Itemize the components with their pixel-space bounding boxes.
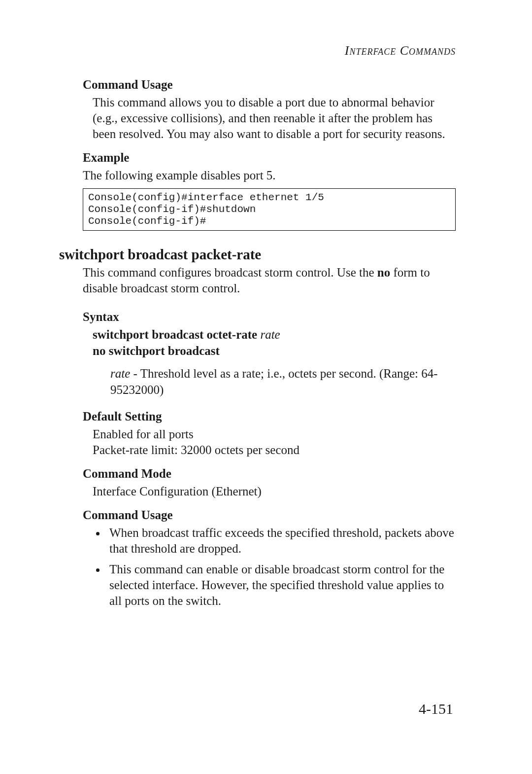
usage-bullet-2: This command can enable or disable broad… [106, 562, 456, 609]
default-line-2: Packet-rate limit: 32000 octets per seco… [93, 443, 299, 457]
text-default-setting: Enabled for all ports Packet-rate limit:… [93, 426, 456, 458]
heading-syntax: Syntax [83, 310, 456, 324]
syntax-line-2: no switchport broadcast [93, 343, 456, 359]
default-line-1: Enabled for all ports [93, 427, 194, 441]
syntax-rate-desc: rate - Threshold level as a rate; i.e., … [110, 366, 456, 398]
running-header: Interface Commands [345, 43, 456, 58]
heading-command-usage-2: Command Usage [83, 508, 456, 522]
page-content: Command Usage This command allows you to… [59, 78, 456, 614]
rate-ital: rate [110, 367, 130, 380]
text-command-mode: Interface Configuration (Ethernet) [93, 484, 456, 499]
syntax-line-1-bold: switchport broadcast octet-rate [93, 328, 257, 341]
intro-pre: This command configures broadcast storm … [83, 266, 377, 279]
usage-bullet-1: When broadcast traffic exceeds the speci… [106, 525, 456, 557]
page: Interface Commands Command Usage This co… [0, 0, 532, 774]
command-title: switchport broadcast packet-rate [59, 246, 456, 263]
syntax-line-1-ital: rate [257, 328, 280, 341]
code-example: Console(config)#interface ethernet 1/5 C… [83, 188, 456, 231]
heading-command-mode: Command Mode [83, 467, 456, 481]
heading-command-usage-1: Command Usage [83, 78, 456, 92]
syntax-lines: switchport broadcast octet-rate rate no … [93, 327, 456, 359]
heading-default-setting: Default Setting [83, 410, 456, 423]
text-command-usage-1: This command allows you to disable a por… [93, 95, 456, 142]
heading-example: Example [83, 151, 456, 165]
intro-bold: no [377, 266, 390, 279]
syntax-line-1: switchport broadcast octet-rate rate [93, 327, 456, 343]
rate-rest: - Threshold level as a rate; i.e., octet… [110, 367, 438, 396]
page-number: 4-151 [419, 701, 453, 717]
command-intro: This command configures broadcast storm … [83, 265, 456, 296]
text-example: The following example disables port 5. [83, 168, 456, 183]
usage-list: When broadcast traffic exceeds the speci… [106, 525, 456, 609]
